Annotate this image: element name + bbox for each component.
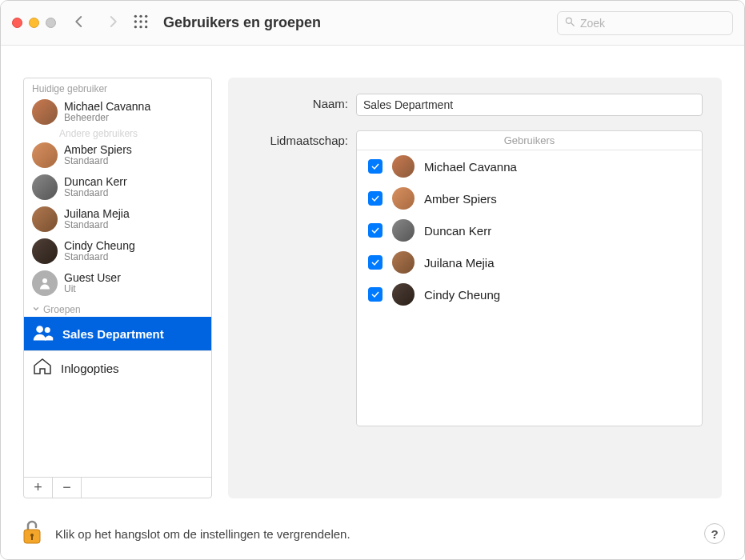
svg-rect-17 bbox=[31, 536, 33, 540]
login-options-label: Inlogopties bbox=[61, 362, 119, 375]
member-row[interactable]: Duncan Kerr bbox=[357, 214, 702, 246]
nav-arrows bbox=[72, 14, 120, 32]
minimize-window-button[interactable] bbox=[29, 18, 39, 28]
svg-point-1 bbox=[139, 14, 142, 17]
chevron-down-icon bbox=[32, 304, 40, 315]
titlebar: Gebruikers en groepen bbox=[1, 1, 744, 46]
lock-text: Klik op het hangslot om de instellingen … bbox=[55, 527, 350, 541]
user-name: Amber Spiers bbox=[64, 143, 132, 156]
page-title: Gebruikers en groepen bbox=[163, 14, 557, 31]
svg-point-13 bbox=[45, 327, 50, 333]
avatar bbox=[32, 174, 58, 200]
add-button[interactable]: + bbox=[24, 478, 53, 498]
member-row[interactable]: Juilana Mejia bbox=[357, 246, 702, 278]
sidebar: Huidige gebruiker Michael Cavanna Beheer… bbox=[23, 78, 212, 498]
user-role: Standaard bbox=[64, 188, 127, 199]
svg-point-0 bbox=[134, 14, 137, 17]
group-name-input[interactable] bbox=[356, 94, 703, 116]
search-box[interactable] bbox=[557, 11, 733, 35]
sidebar-item-login-options[interactable]: Inlogopties bbox=[24, 350, 211, 385]
svg-point-9 bbox=[566, 18, 571, 23]
svg-point-5 bbox=[145, 20, 147, 22]
member-name: Cindy Cheung bbox=[424, 288, 500, 302]
member-row[interactable]: Amber Spiers bbox=[357, 182, 702, 214]
main-pane: Naam: Lidmaatschap: Gebruikers Michael C… bbox=[228, 78, 722, 498]
avatar bbox=[32, 270, 58, 296]
avatar bbox=[392, 283, 415, 306]
search-icon bbox=[564, 16, 580, 30]
svg-point-6 bbox=[134, 26, 137, 28]
sidebar-item-user[interactable]: Cindy Cheung Standaard bbox=[24, 235, 211, 267]
sidebar-item-current-user[interactable]: Michael Cavanna Beheerder bbox=[24, 96, 211, 128]
avatar bbox=[392, 251, 415, 274]
section-groups[interactable]: Groepen bbox=[24, 299, 211, 317]
user-role: Standaard bbox=[64, 156, 132, 167]
avatar bbox=[32, 206, 58, 232]
remove-button[interactable]: − bbox=[53, 478, 82, 498]
user-name: Duncan Kerr bbox=[64, 175, 127, 188]
avatar bbox=[32, 142, 58, 168]
help-button[interactable]: ? bbox=[704, 523, 725, 544]
member-checkbox[interactable] bbox=[368, 287, 383, 302]
search-input[interactable] bbox=[580, 17, 726, 30]
svg-point-2 bbox=[145, 14, 147, 17]
lock-icon[interactable] bbox=[20, 518, 44, 549]
footer: Klik op het hangslot om de instellingen … bbox=[1, 508, 744, 559]
user-role: Standaard bbox=[64, 252, 135, 263]
user-role: Uit bbox=[64, 284, 121, 295]
user-name: Juilana Mejia bbox=[64, 207, 130, 220]
svg-point-8 bbox=[145, 26, 147, 28]
sidebar-item-user[interactable]: Juilana Mejia Standaard bbox=[24, 203, 211, 235]
svg-point-12 bbox=[36, 326, 43, 333]
avatar bbox=[32, 238, 58, 264]
svg-line-10 bbox=[571, 22, 575, 26]
members-list: Gebruikers Michael Cavanna Amber Spiers bbox=[356, 130, 703, 426]
member-checkbox[interactable] bbox=[368, 159, 383, 174]
body: Huidige gebruiker Michael Cavanna Beheer… bbox=[1, 46, 744, 508]
membership-label: Lidmaatschap: bbox=[247, 130, 356, 147]
svg-point-4 bbox=[139, 20, 142, 22]
back-button[interactable] bbox=[72, 14, 86, 32]
avatar bbox=[32, 99, 58, 125]
svg-point-11 bbox=[42, 278, 47, 283]
svg-point-7 bbox=[139, 26, 142, 28]
member-name: Duncan Kerr bbox=[424, 224, 491, 238]
user-name: Michael Cavanna bbox=[64, 100, 150, 113]
member-checkbox[interactable] bbox=[368, 191, 383, 206]
user-name: Cindy Cheung bbox=[64, 239, 135, 252]
sidebar-item-user[interactable]: Amber Spiers Standaard bbox=[24, 139, 211, 171]
user-name: Guest User bbox=[64, 271, 121, 284]
member-checkbox[interactable] bbox=[368, 223, 383, 238]
house-icon bbox=[32, 358, 53, 378]
user-role: Standaard bbox=[64, 220, 130, 231]
window-controls bbox=[12, 18, 56, 28]
section-current-user: Huidige gebruiker bbox=[24, 78, 211, 96]
group-icon bbox=[32, 323, 54, 344]
member-name: Michael Cavanna bbox=[424, 160, 517, 174]
member-name: Amber Spiers bbox=[424, 192, 497, 206]
member-row[interactable]: Cindy Cheung bbox=[357, 278, 702, 310]
preferences-window: Gebruikers en groepen Huidige gebruiker … bbox=[0, 0, 745, 560]
close-window-button[interactable] bbox=[12, 18, 22, 28]
member-name: Juilana Mejia bbox=[424, 256, 495, 270]
user-role: Beheerder bbox=[64, 113, 150, 124]
section-other-users: Andere gebruikers bbox=[24, 128, 211, 139]
member-row[interactable]: Michael Cavanna bbox=[357, 150, 702, 182]
avatar bbox=[392, 155, 415, 178]
groups-label: Groepen bbox=[43, 304, 81, 315]
members-header: Gebruikers bbox=[357, 131, 702, 150]
svg-point-3 bbox=[134, 20, 137, 22]
zoom-window-button[interactable] bbox=[46, 18, 56, 28]
avatar bbox=[392, 187, 415, 210]
show-all-button[interactable] bbox=[133, 14, 149, 33]
name-label: Naam: bbox=[247, 94, 356, 110]
group-name: Sales Department bbox=[62, 327, 164, 341]
sidebar-item-user[interactable]: Duncan Kerr Standaard bbox=[24, 171, 211, 203]
member-checkbox[interactable] bbox=[368, 255, 383, 270]
forward-button[interactable] bbox=[106, 14, 120, 32]
avatar bbox=[392, 219, 415, 242]
sidebar-item-user[interactable]: Guest User Uit bbox=[24, 267, 211, 299]
sidebar-footer: + − bbox=[24, 477, 211, 498]
sidebar-item-group-selected[interactable]: Sales Department bbox=[24, 317, 211, 350]
